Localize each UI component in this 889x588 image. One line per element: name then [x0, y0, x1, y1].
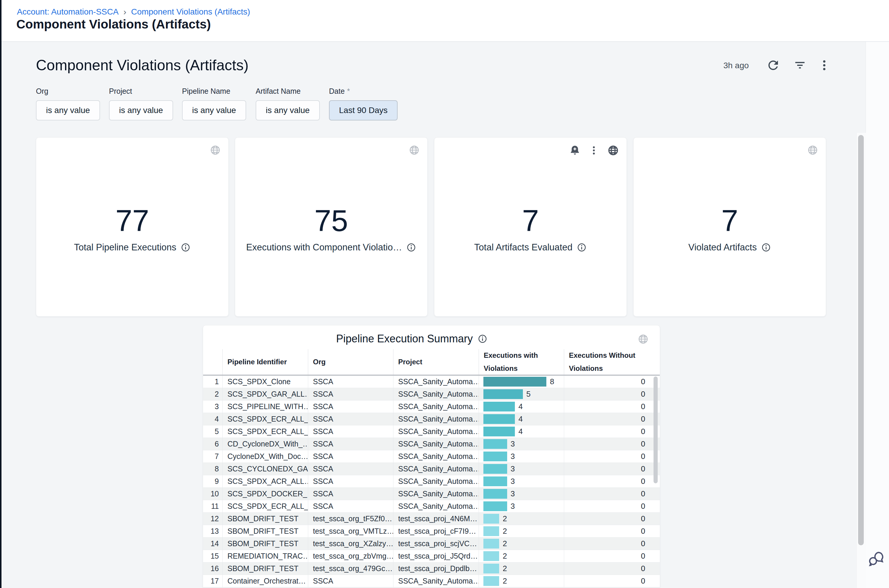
table-row[interactable]: 2 SCS_SPDX_GAR_ALL… SSCA SSCA_Sanity_Aut… — [203, 388, 660, 400]
page-scrollbar-track[interactable] — [856, 133, 866, 588]
cell-pipeline-identifier: SCS_SPDX_ECR_ALL_… — [223, 425, 308, 438]
cell-pipeline-identifier: SCS_SPDX_ECR_ALL_… — [223, 413, 308, 425]
column-header-executions-with-violations[interactable]: Executions with Violations — [478, 349, 564, 375]
breadcrumb-page-link[interactable]: Component Violations (Artifacts) — [131, 7, 250, 16]
cell-executions-without-violations: 0 — [564, 388, 650, 400]
filter-icon[interactable] — [793, 59, 806, 72]
violations-bar — [483, 452, 507, 461]
dashboard-menu-kebab-icon[interactable] — [818, 59, 831, 72]
violations-bar — [483, 439, 507, 449]
cell-pipeline-identifier: REMEDIATION_TRAC… — [223, 550, 308, 562]
table-row[interactable]: 15 REMEDIATION_TRAC… test_ssca_org_zbVmg… — [203, 550, 660, 562]
explore-globe-icon[interactable] — [408, 144, 420, 156]
header-filler — [650, 349, 660, 375]
dashboard-area: Component Violations (Artifacts) 3h ago … — [2, 42, 865, 588]
table-row[interactable]: 13 SBOM_DRIFT_TEST test_ssca_org_VMTLz… … — [203, 525, 660, 538]
cell-project: SSCA_Sanity_Automa… — [393, 475, 478, 488]
info-icon[interactable] — [577, 242, 587, 252]
cell-executions-with-violations: 2 — [478, 538, 564, 550]
table-row[interactable]: 11 SCS_SPDX_ECR_ALL_… SSCA SSCA_Sanity_A… — [203, 500, 660, 513]
table-row[interactable]: 7 CycloneDX_With_Doc… SSCA SSCA_Sanity_A… — [203, 450, 660, 463]
info-icon[interactable] — [181, 242, 191, 252]
cell-org: test_ssca_org_tF5Zf0… — [308, 513, 393, 525]
column-header-org[interactable]: Org — [308, 349, 393, 375]
violations-count: 5 — [526, 389, 531, 399]
cell-project: SSCA_Sanity_Automa… — [393, 388, 478, 400]
tile-menu-kebab-icon[interactable] — [588, 145, 599, 156]
table-title: Pipeline Execution Summary — [336, 333, 473, 345]
cell-project: SSCA_Sanity_Automa… — [393, 500, 478, 512]
cell-pipeline-identifier: SBOM_DRIFT_TEST — [223, 538, 308, 550]
violations-bar — [483, 539, 499, 549]
filter-chip-pipeline-name[interactable]: is any value — [182, 100, 246, 120]
info-icon[interactable] — [761, 242, 771, 252]
table-row[interactable]: 4 SCS_SPDX_ECR_ALL_… SSCA SSCA_Sanity_Au… — [203, 413, 660, 425]
page-scrollbar-thumb[interactable] — [858, 135, 864, 545]
column-header-pipeline-identifier[interactable]: Pipeline Identifier — [223, 349, 308, 375]
row-index: 1 — [203, 376, 223, 388]
page-right-margin — [865, 42, 889, 588]
table-row[interactable]: 6 CD_CycloneDX_With_… SSCA SSCA_Sanity_A… — [203, 438, 660, 450]
table-row[interactable]: 5 SCS_SPDX_ECR_ALL_… SSCA SSCA_Sanity_Au… — [203, 425, 660, 438]
cell-executions-with-violations: 2 — [478, 513, 564, 525]
cell-pipeline-identifier: SCS_SPDX_ACR_ALL… — [223, 475, 308, 488]
cell-project: SSCA_Sanity_Automa… — [393, 438, 478, 450]
filter-chip-artifact-name[interactable]: is any value — [256, 100, 320, 120]
explore-globe-icon[interactable] — [607, 144, 620, 157]
explore-globe-icon[interactable] — [209, 144, 221, 156]
cell-executions-with-violations: 3 — [478, 463, 564, 475]
breadcrumb-account-link[interactable]: Account: Automation-SSCA — [17, 7, 119, 16]
table-row[interactable]: 17 Container_Orchestrat… SSCA SSCA_Sanit… — [203, 575, 660, 587]
refresh-icon[interactable] — [766, 58, 780, 72]
violations-count: 3 — [511, 477, 515, 486]
row-index: 15 — [203, 550, 223, 562]
cell-executions-without-violations: 0 — [564, 488, 650, 500]
cell-executions-without-violations: 0 — [564, 438, 650, 450]
cell-executions-without-violations: 0 — [564, 376, 650, 388]
table-row[interactable]: 1 SCS_SPDX_Clone SSCA SSCA_Sanity_Automa… — [203, 376, 660, 388]
cell-executions-with-violations: 8 — [478, 376, 564, 388]
metric-label: Total Artifacts Evaluated — [474, 242, 573, 253]
cell-pipeline-identifier: CycloneDX_With_Doc… — [223, 450, 308, 462]
cell-executions-without-violations: 0 — [564, 413, 650, 425]
breadcrumb: Account: Automation-SSCA › Component Vio… — [17, 7, 250, 16]
table-row[interactable]: 8 SCS_CYCLONEDX_GA… SSCA SSCA_Sanity_Aut… — [203, 463, 660, 475]
info-icon[interactable] — [477, 334, 487, 344]
table-body: 1 SCS_SPDX_Clone SSCA SSCA_Sanity_Automa… — [203, 376, 660, 588]
table-scrollbar-thumb[interactable] — [654, 376, 658, 483]
explore-globe-icon[interactable] — [807, 144, 818, 156]
column-header-executions-without-violations[interactable]: Executions Without Violations — [564, 349, 650, 375]
violations-bar — [483, 427, 515, 436]
info-icon[interactable] — [406, 242, 416, 252]
cell-executions-with-violations: 2 — [478, 525, 564, 537]
metric-value: 77 — [36, 204, 228, 238]
cell-pipeline-identifier: SBOM_DRIFT_TEST — [223, 562, 308, 574]
explore-globe-icon[interactable] — [637, 333, 649, 345]
chevron-right-icon: › — [123, 8, 126, 16]
cell-pipeline-identifier: SCS_CYCLONEDX_GA… — [223, 463, 308, 475]
cell-org: SSCA — [308, 388, 393, 400]
cell-pipeline-identifier: Container_Orchestrat… — [223, 575, 308, 587]
cell-project: test_ssca_proj_4N6M… — [393, 513, 478, 525]
filter-chip-project[interactable]: is any value — [109, 100, 173, 120]
table-row[interactable]: 12 SBOM_DRIFT_TEST test_ssca_org_tF5Zf0…… — [203, 513, 660, 525]
table-row[interactable]: 9 SCS_SPDX_ACR_ALL… SSCA SSCA_Sanity_Aut… — [203, 475, 660, 488]
help-chat-icon[interactable] — [868, 550, 885, 567]
table-row[interactable]: 10 SCS_SPDX_DOCKER_… SSCA SSCA_Sanity_Au… — [203, 488, 660, 500]
filter-chip-date[interactable]: Last 90 Days — [329, 100, 397, 120]
table-row[interactable]: 14 SBOM_DRIFT_TEST test_ssca_org_XZalzy…… — [203, 538, 660, 550]
row-filler — [650, 538, 660, 550]
page-title: Component Violations (Artifacts) — [17, 17, 211, 32]
violations-bar — [483, 551, 499, 561]
cell-pipeline-identifier: CD_CycloneDX_With_… — [223, 438, 308, 450]
violations-count: 2 — [503, 551, 507, 561]
column-header-project[interactable]: Project — [393, 349, 478, 375]
cell-executions-without-violations: 0 — [564, 525, 650, 537]
alert-bell-add-icon[interactable] — [569, 144, 581, 156]
filter-chip-org[interactable]: is any value — [36, 100, 100, 120]
table-row[interactable]: 16 SBOM_DRIFT_TEST test_ssca_org_479Gc… … — [203, 562, 660, 575]
cell-executions-without-violations: 0 — [564, 450, 650, 462]
table-row[interactable]: 3 SCS_PIPELINE_WITH… SSCA SSCA_Sanity_Au… — [203, 400, 660, 413]
cell-project: test_ssca_proj_scjVC… — [393, 538, 478, 550]
cell-org: SSCA — [308, 463, 393, 475]
